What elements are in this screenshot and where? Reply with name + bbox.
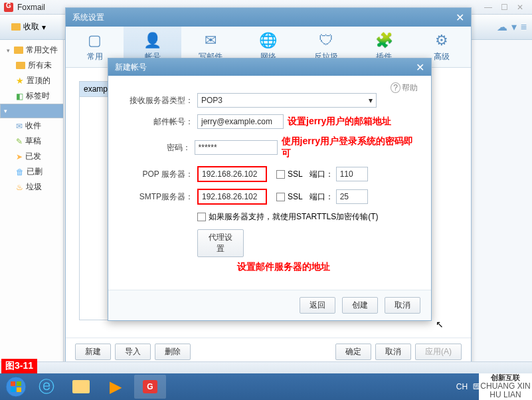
brand-watermark: 创新互联CHUANG XIN HU LIAN <box>479 373 532 400</box>
help-link[interactable]: ?帮助 <box>391 82 418 94</box>
dropdown-icon[interactable]: ▾ <box>511 21 517 33</box>
ok-button[interactable]: 确定 <box>335 344 371 360</box>
maximize-button[interactable]: ☐ <box>496 3 512 12</box>
settings-titlebar: 系统设置 ✕ <box>66 8 471 27</box>
pop-server-input[interactable]: 192.168.26.102 <box>197 166 267 182</box>
pop-port-label: 端口： <box>310 169 333 180</box>
annot-server: 设置邮件服务器的地址 <box>237 261 330 273</box>
receive-icon <box>11 23 21 31</box>
close-button[interactable]: ✕ <box>512 3 528 12</box>
figure-label: 图3-11 <box>1 359 37 373</box>
receive-label: 收取 <box>23 21 39 33</box>
sidebar-sent[interactable]: ➤已发 <box>0 149 63 164</box>
newacct-titlebar: 新建帐号 ✕ <box>108 58 431 76</box>
new-account-button[interactable]: 新建 <box>75 344 111 360</box>
sidebar: ▾常用文件 所有未 ★置顶的 ◧标签时 ▾▣exampl ✉收件 ✎草稿 ➤已发… <box>0 40 64 400</box>
receive-button[interactable]: 收取 ▾ <box>5 19 52 35</box>
chevron-down-icon: ▾ <box>369 96 373 105</box>
newacct-cancel-button[interactable]: 取消 <box>385 297 420 314</box>
settings-title: 系统设置 <box>72 12 104 23</box>
sidebar-drafts[interactable]: ✎草稿 <box>0 134 63 149</box>
cursor-icon: ↖ <box>436 319 444 330</box>
smtp-server-input[interactable]: 192.168.26.102 <box>197 189 267 205</box>
sent-icon: ➤ <box>16 152 23 161</box>
pop-ssl-checkbox[interactable] <box>276 170 285 179</box>
starttls-label: 如果服务器支持，就使用STARTTLS加密传输(T) <box>209 211 379 223</box>
flame-icon: ♨ <box>16 183 23 192</box>
newacct-title: 新建帐号 <box>115 62 147 73</box>
trash-icon: 🗑 <box>16 167 24 177</box>
draft-icon: ✎ <box>16 137 23 146</box>
receive-drop-icon: ▾ <box>42 23 46 32</box>
smtp-ssl-checkbox[interactable] <box>276 193 285 201</box>
recvtype-label: 接收服务器类型： <box>123 95 197 106</box>
menu-icon[interactable]: ≡ <box>521 21 527 33</box>
gear-icon: ⚙ <box>435 32 448 49</box>
star-icon: ★ <box>16 76 24 86</box>
newacct-close-button[interactable]: ✕ <box>416 61 424 74</box>
app-logo <box>4 3 13 12</box>
start-button[interactable] <box>3 373 29 400</box>
statusbar: ▭ 👤 <box>0 361 532 373</box>
pop-ssl-label: SSL <box>288 169 303 179</box>
inbox-icon: ✉ <box>16 122 23 131</box>
apply-button[interactable]: 应用(A) <box>415 344 462 360</box>
smtp-port-input[interactable]: 25 <box>336 189 368 204</box>
password-label: 密码： <box>123 142 195 153</box>
settings-close-button[interactable]: ✕ <box>456 11 464 24</box>
taskbar-explorer[interactable] <box>65 375 97 399</box>
windows-icon <box>5 376 27 397</box>
smtp-label: SMTP服务器： <box>123 191 197 203</box>
annot-pwd: 使用jerry用户登录系统的密码即可 <box>282 136 416 159</box>
sidebar-spam[interactable]: ♨垃圾 <box>0 179 63 195</box>
globe-icon: 🌐 <box>259 32 277 49</box>
create-button[interactable]: 创建 <box>342 297 378 314</box>
recvtype-select[interactable]: POP3▾ <box>197 93 377 108</box>
sidebar-common-folders[interactable]: ▾常用文件 <box>0 43 63 58</box>
compose-icon: ✉ <box>205 32 217 49</box>
smtp-ssl-label: SSL <box>288 192 303 201</box>
proxy-button[interactable]: 代理设置 <box>197 229 244 257</box>
annot-mail: 设置jerry用户的邮箱地址 <box>288 116 391 128</box>
minimize-button[interactable]: — <box>480 3 496 12</box>
sidebar-account[interactable]: ▾▣exampl <box>0 104 64 118</box>
shield-icon: 🛡 <box>319 32 333 49</box>
sidebar-pinned[interactable]: ★置顶的 <box>0 73 63 88</box>
folder-icon <box>14 47 23 54</box>
delete-button[interactable]: 删除 <box>155 344 191 360</box>
sidebar-all-unread[interactable]: 所有未 <box>0 58 63 73</box>
tray-ime[interactable]: CH <box>456 382 468 391</box>
sidebar-inbox[interactable]: ✉收件 <box>0 118 63 134</box>
app-title: Foxmail <box>17 3 45 12</box>
sidebar-tags[interactable]: ◧标签时 <box>0 88 63 104</box>
sidebar-deleted[interactable]: 🗑已删 <box>0 164 63 179</box>
import-button[interactable]: 导入 <box>115 344 151 360</box>
person-icon: 👤 <box>143 32 161 49</box>
screen-icon: ▢ <box>88 32 102 49</box>
smtp-port-label: 端口： <box>310 191 333 203</box>
svg-rect-2 <box>17 381 21 386</box>
taskbar-ie[interactable]: ⓔ <box>31 375 62 399</box>
pop-port-input[interactable]: 110 <box>336 167 368 181</box>
mailacct-input[interactable]: jerry@example.com <box>197 114 284 129</box>
svg-rect-1 <box>11 381 15 386</box>
taskbar-foxmail[interactable]: G <box>134 375 166 399</box>
cancel-button[interactable]: 取消 <box>375 344 411 360</box>
mailacct-label: 邮件帐号： <box>123 116 197 128</box>
password-input[interactable]: ****** <box>195 140 278 155</box>
taskbar: ⓔ ▶ G CH ⌨ 🏳 ▲ 🕪 <box>0 373 532 400</box>
starttls-checkbox[interactable] <box>197 213 206 221</box>
back-button[interactable]: 返回 <box>300 297 335 314</box>
svg-point-0 <box>6 377 26 397</box>
new-account-dialog: 新建帐号 ✕ ?帮助 接收服务器类型： POP3▾ 邮件帐号： jerry@ex… <box>108 58 432 321</box>
remote-icon[interactable]: ☁ <box>497 21 507 33</box>
folder-icon <box>16 62 25 69</box>
pop-label: POP 服务器： <box>123 169 197 180</box>
svg-rect-3 <box>11 387 15 392</box>
taskbar-media[interactable]: ▶ <box>100 375 132 399</box>
plugin-icon: 🧩 <box>375 32 393 49</box>
svg-rect-4 <box>17 387 21 392</box>
tag-icon: ◧ <box>16 92 23 101</box>
